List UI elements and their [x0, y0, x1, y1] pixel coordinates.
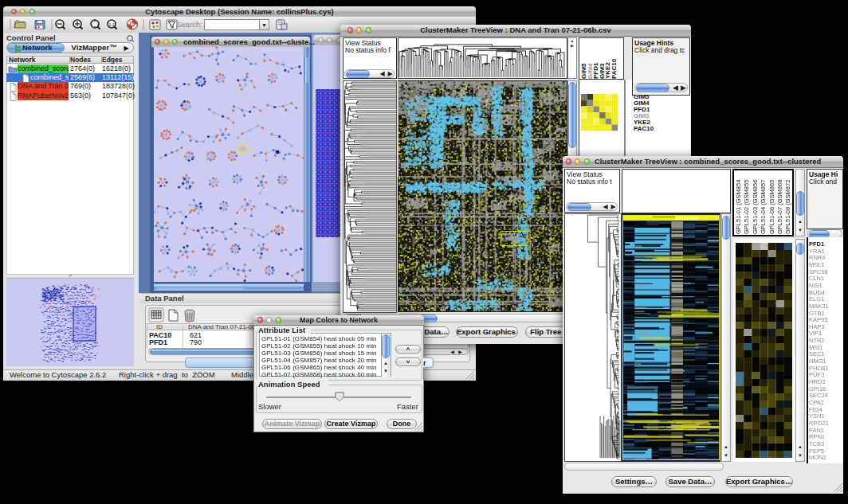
svg-text:1:1: 1:1	[109, 22, 115, 27]
